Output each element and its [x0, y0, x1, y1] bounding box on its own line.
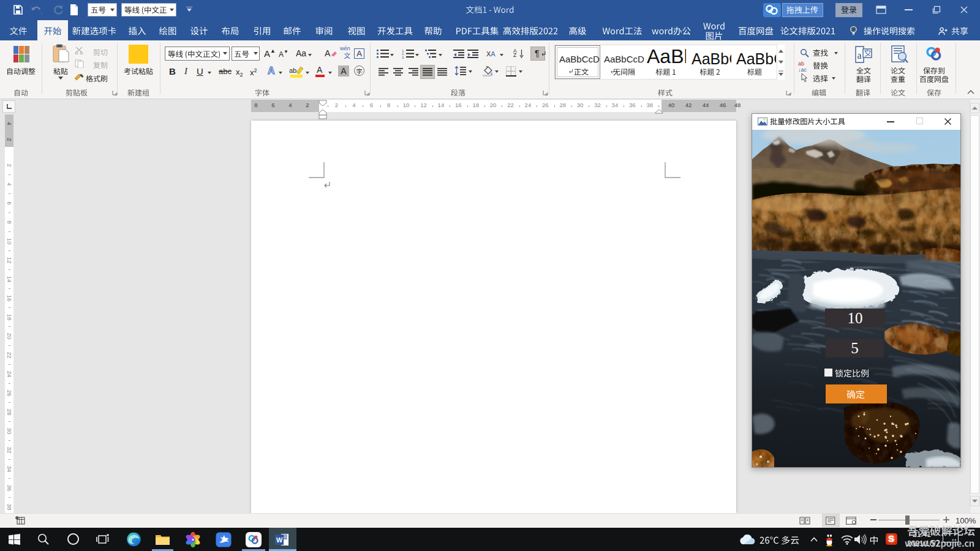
svg-text:a: a	[858, 50, 862, 61]
svg-text:W: W	[276, 536, 283, 544]
svg-text:ab: ab	[289, 67, 296, 74]
svg-text:3.: 3.	[402, 56, 405, 59]
